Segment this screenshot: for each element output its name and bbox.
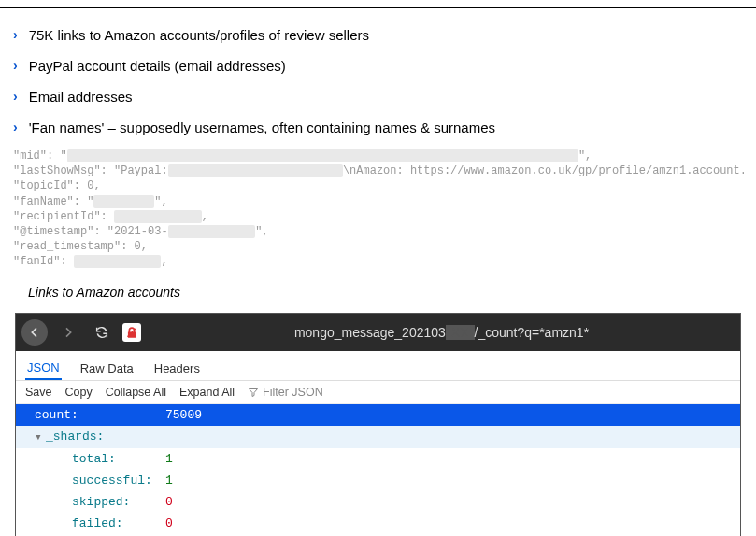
figure-caption: Links to Amazon accounts xyxy=(0,275,756,313)
bullet-item[interactable]: › 'Fan names' – supposedly usernames, of… xyxy=(0,112,756,143)
collapse-arrow-icon[interactable]: ▾ xyxy=(35,430,46,444)
back-button[interactable] xyxy=(21,319,48,346)
bullet-item[interactable]: › 75K links to Amazon accounts/profiles … xyxy=(0,20,756,50)
bullet-text: Email addresses xyxy=(29,89,133,105)
chevron-right-icon: › xyxy=(13,89,18,105)
json-sample-block: "mid": " ", "lastShowMsg": "Paypal: \nAm… xyxy=(0,143,756,275)
forward-button[interactable] xyxy=(55,319,81,346)
bullet-item[interactable]: › Email addresses xyxy=(0,81,756,112)
json-row[interactable]: failed: 0 xyxy=(16,513,740,534)
json-tree: count: 75009 ▾ _shards: total: 1 success… xyxy=(16,404,740,537)
json-viewer: JSON Raw Data Headers Save Copy Collapse… xyxy=(16,351,740,537)
chevron-right-icon: › xyxy=(13,27,18,43)
filter-input[interactable]: Filter JSON xyxy=(248,386,323,399)
expand-all-button[interactable]: Expand All xyxy=(179,386,235,399)
json-row[interactable]: total: 1 xyxy=(16,448,740,470)
browser-screenshot: mongo_message_202103XX/_count?q=*amzn1* … xyxy=(15,313,741,537)
tab-json[interactable]: JSON xyxy=(25,357,62,380)
json-row-count[interactable]: count: 75009 xyxy=(16,404,740,426)
bullet-text: 'Fan names' – supposedly usernames, ofte… xyxy=(29,120,495,135)
viewer-toolbar: Save Copy Collapse All Expand All Filter… xyxy=(16,381,740,404)
tab-headers[interactable]: Headers xyxy=(152,358,202,379)
bullet-list: › 75K links to Amazon accounts/profiles … xyxy=(0,20,756,143)
viewer-tabs: JSON Raw Data Headers xyxy=(16,351,740,381)
bullet-text: 75K links to Amazon accounts/profiles of… xyxy=(29,27,369,43)
tab-raw-data[interactable]: Raw Data xyxy=(78,358,136,379)
collapse-all-button[interactable]: Collapse All xyxy=(106,386,166,399)
chevron-right-icon: › xyxy=(13,120,18,135)
bullet-item[interactable]: › PayPal account details (email addresse… xyxy=(0,50,756,81)
reload-button[interactable] xyxy=(89,319,115,346)
browser-toolbar: mongo_message_202103XX/_count?q=*amzn1* xyxy=(16,314,740,351)
horizontal-rule xyxy=(0,7,756,8)
filter-icon xyxy=(248,387,259,398)
copy-button[interactable]: Copy xyxy=(65,386,93,399)
bullet-text: PayPal account details (email addresses) xyxy=(29,58,286,74)
site-identity-icon[interactable] xyxy=(122,323,141,342)
save-button[interactable]: Save xyxy=(25,386,52,399)
json-row[interactable]: skipped: 0 xyxy=(16,491,740,513)
chevron-right-icon: › xyxy=(13,58,18,74)
json-row-shards[interactable]: ▾ _shards: xyxy=(16,426,740,448)
json-row[interactable]: successful: 1 xyxy=(16,470,740,491)
url-bar[interactable]: mongo_message_202103XX/_count?q=*amzn1* xyxy=(149,325,735,340)
